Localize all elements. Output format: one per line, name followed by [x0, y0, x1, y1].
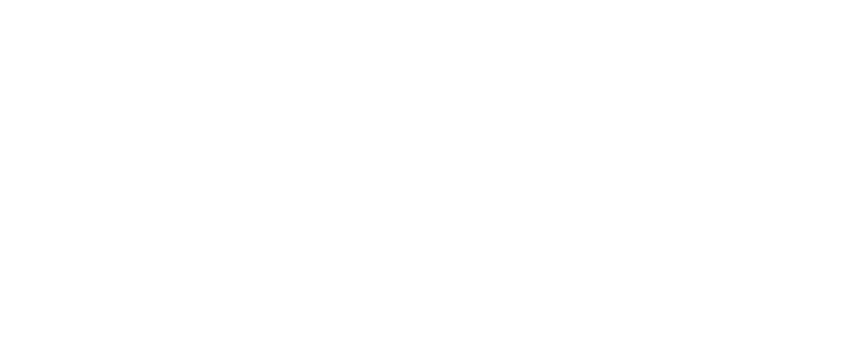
connection-lines	[0, 0, 868, 357]
diagram	[0, 0, 868, 357]
